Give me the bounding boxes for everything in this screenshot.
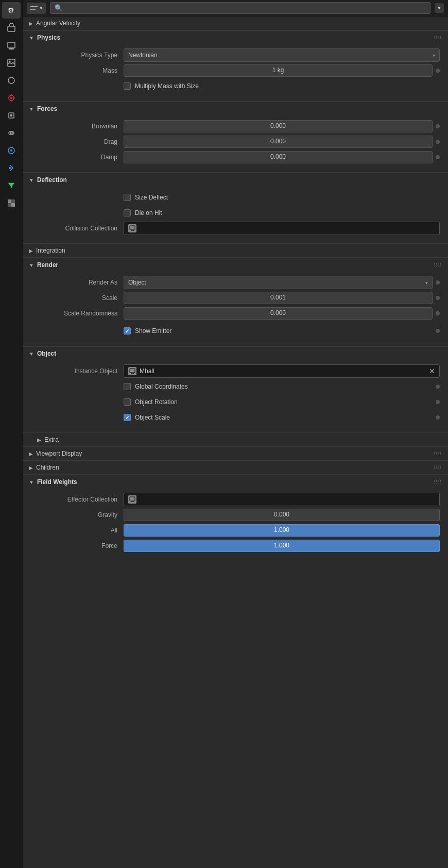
scale-randomness-control: 0.000	[124, 307, 440, 320]
effector-icon	[128, 495, 136, 504]
physics-section-label: Physics	[37, 34, 60, 41]
force-label: Force	[31, 542, 124, 549]
forces-arrow: ▼	[29, 106, 34, 112]
svg-rect-13	[10, 114, 12, 116]
object-rotation-dot[interactable]	[436, 400, 440, 404]
object-rotation-checkbox[interactable]	[124, 398, 131, 406]
sidebar-icon-modifiers[interactable]	[2, 160, 21, 176]
object-rotation-label: Object Rotation	[135, 398, 178, 406]
physics-type-dropdown[interactable]: Newtonian ▾	[124, 48, 440, 62]
render-content: Render As Object ▾ Scale 0.001	[23, 272, 448, 346]
object-rotation-row: Object Rotation	[31, 395, 440, 409]
show-emitter-dot[interactable]	[436, 329, 440, 333]
collision-collection-field[interactable]	[124, 222, 440, 235]
integration-row[interactable]: ▶ Integration	[23, 244, 448, 257]
deflection-section-header[interactable]: ▼ Deflection	[23, 173, 448, 187]
object-scale-checkbox[interactable]	[124, 414, 131, 421]
viewport-display-row[interactable]: ▶ Viewport Display ⠿⠿	[23, 447, 448, 460]
brownian-dot[interactable]	[436, 124, 440, 128]
search-bar[interactable]: 🔍	[50, 2, 430, 14]
scale-dot[interactable]	[436, 296, 440, 300]
children-dots: ⠿⠿	[434, 465, 442, 471]
menu-button[interactable]: ▾	[27, 3, 46, 14]
children-row[interactable]: ▶ Children ⠿⠿	[23, 461, 448, 474]
render-as-dropdown[interactable]: Object ▾	[124, 276, 433, 289]
render-section-header[interactable]: ▼ Render ⠿⠿	[23, 258, 448, 272]
instance-object-label: Instance Object	[31, 368, 124, 375]
scale-randomness-dot[interactable]	[436, 311, 440, 315]
sidebar-icon-funnel[interactable]	[2, 177, 21, 194]
sidebar-icon-checkerboard[interactable]	[2, 195, 21, 211]
force-control: 1.000	[124, 540, 440, 552]
field-weights-section-header[interactable]: ▼ Field Weights ⠿⠿	[23, 475, 448, 489]
die-on-hit-checkbox[interactable]	[124, 209, 131, 216]
global-coords-dot[interactable]	[436, 385, 440, 389]
multiply-mass-checkbox[interactable]	[124, 82, 131, 90]
sidebar-icon-tools[interactable]: ⚙	[2, 2, 21, 19]
object-section-header[interactable]: ▼ Object	[23, 346, 448, 360]
gravity-label: Gravity	[31, 511, 124, 519]
force-field[interactable]: 1.000	[124, 540, 440, 552]
physics-section-header[interactable]: ▼ Physics ⠿⠿	[23, 30, 448, 44]
brownian-field[interactable]: 0.000	[124, 120, 433, 132]
render-as-dot[interactable]	[436, 280, 440, 285]
size-deflect-label: Size Deflect	[135, 194, 168, 201]
brownian-label: Brownian	[31, 123, 124, 130]
forces-section-header[interactable]: ▼ Forces	[23, 102, 448, 115]
angular-velocity-row[interactable]: ▶ Angular Velocity	[23, 16, 448, 30]
render-section-label: Render	[37, 261, 58, 269]
global-coords-label: Global Coordinates	[135, 383, 188, 390]
gravity-field[interactable]: 0.000	[124, 509, 440, 521]
sidebar-icon-object-data[interactable]	[2, 142, 21, 159]
svg-point-14	[10, 132, 12, 134]
physics-type-label: Physics Type	[31, 52, 124, 59]
top-bar-options-button[interactable]: ▾	[435, 3, 444, 13]
sidebar-icon-constraints[interactable]	[2, 125, 21, 141]
object-scale-dot[interactable]	[436, 415, 440, 420]
instance-object-row: Instance Object Mball ✕	[31, 364, 440, 378]
damp-dot[interactable]	[436, 155, 440, 159]
extra-row[interactable]: ▶ Extra	[23, 433, 448, 446]
physics-content: Physics Type Newtonian ▾ Mass 1 kg	[23, 44, 448, 101]
render-dots: ⠿⠿	[434, 262, 442, 268]
size-deflect-checkbox[interactable]	[124, 194, 131, 201]
instance-object-field[interactable]: Mball ✕	[124, 364, 440, 378]
scale-field[interactable]: 0.001	[124, 292, 433, 304]
sidebar-icon-shading[interactable]	[2, 72, 21, 89]
instance-close-button[interactable]: ✕	[429, 367, 435, 375]
sidebar-icon-scene[interactable]	[2, 20, 21, 36]
drag-dot[interactable]	[436, 140, 440, 144]
all-field[interactable]: 1.000	[124, 524, 440, 537]
extra-label: Extra	[44, 436, 59, 443]
effector-collection-field[interactable]	[124, 493, 440, 506]
die-on-hit-label: Die on Hit	[135, 209, 162, 216]
deflection-content: Size Deflect Die on Hit Collision Collec…	[23, 187, 448, 243]
mass-dot[interactable]	[436, 69, 440, 73]
sidebar-icon-image[interactable]	[2, 55, 21, 71]
svg-rect-23	[30, 9, 36, 10]
integration-arrow: ▶	[29, 248, 33, 254]
die-on-hit-row: Die on Hit	[31, 206, 440, 220]
damp-field[interactable]: 0.000	[124, 151, 433, 163]
angular-velocity-arrow: ▶	[29, 21, 33, 26]
mass-field[interactable]: 1 kg	[124, 64, 433, 77]
sidebar-icon-particle[interactable]	[2, 90, 21, 106]
multiply-mass-checkbox-row: Multiply Mass with Size	[124, 81, 199, 91]
scale-randomness-field[interactable]: 0.000	[124, 307, 433, 320]
sidebar-icon-physics[interactable]	[2, 107, 21, 124]
multiply-mass-row: Multiply Mass with Size	[31, 79, 440, 93]
main-panel: ▾ 🔍 ▾ ▶ Angular Velocity ▼ Physics ⠿⠿ Ph…	[23, 0, 448, 868]
menu-dropdown-arrow: ▾	[40, 5, 43, 11]
sidebar-icon-render[interactable]	[2, 37, 21, 54]
drag-field[interactable]: 0.000	[124, 136, 433, 148]
collision-collection-label: Collision Collection	[31, 225, 124, 232]
svg-point-7	[10, 97, 12, 99]
object-content: Instance Object Mball ✕	[23, 360, 448, 432]
deflection-arrow: ▼	[29, 177, 34, 183]
physics-type-arrow: ▾	[433, 53, 435, 58]
object-scale-row: Object Scale	[31, 411, 440, 424]
show-emitter-checkbox[interactable]	[124, 327, 131, 335]
multiply-mass-control: Multiply Mass with Size	[124, 81, 440, 91]
field-weights-section-label: Field Weights	[37, 478, 77, 486]
global-coords-checkbox[interactable]	[124, 383, 131, 390]
